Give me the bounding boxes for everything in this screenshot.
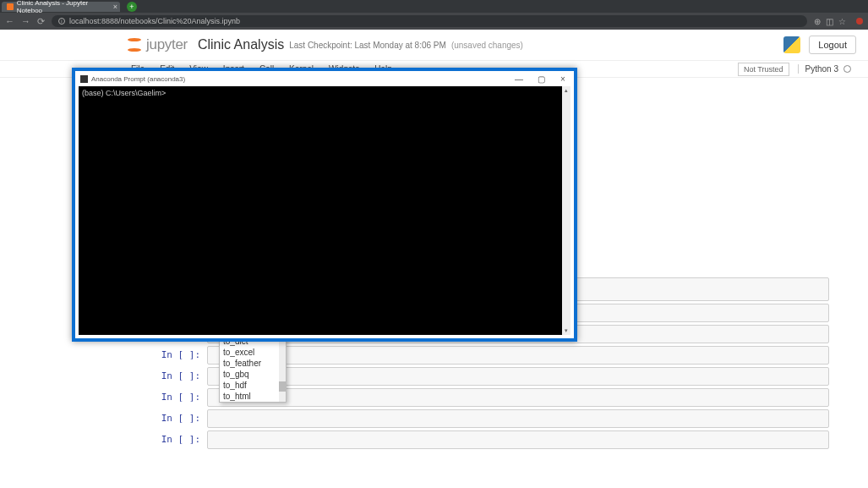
terminal-scrollbar[interactable]: ▴ ▾ [562, 86, 570, 335]
autocomplete-item[interactable]: to_feather [220, 358, 286, 369]
cell-input[interactable] [207, 346, 829, 365]
tab-title: Clinic Analysis - Jupyter Noteboo [17, 0, 113, 14]
code-cell[interactable]: In [ ]: [152, 409, 829, 428]
back-icon[interactable]: ← [5, 16, 14, 26]
autocomplete-item[interactable]: to_gbq [220, 369, 286, 380]
jupyter-logo[interactable]: jupyter [126, 36, 188, 53]
jupyter-logo-text: jupyter [146, 36, 188, 53]
terminal-title: Anaconda Prompt (anaconda3) [91, 75, 185, 83]
terminal-prompt-line: (base) C:\Users\Gaelim> [82, 89, 166, 97]
unsaved-text: (unsaved changes) [451, 41, 523, 50]
zoom-icon[interactable]: ⊕ [814, 17, 821, 26]
trust-badge[interactable]: Not Trusted [738, 63, 789, 76]
browser-tab-strip: Clinic Analysis - Jupyter Noteboo × + [0, 0, 868, 13]
browser-tab[interactable]: Clinic Analysis - Jupyter Noteboo × [2, 2, 120, 12]
jupyter-header: jupyter Clinic Analysis Last Checkpoint:… [0, 30, 868, 60]
site-info-icon[interactable]: i [58, 18, 65, 25]
kernel-status-icon [843, 65, 851, 73]
minimize-button[interactable]: — [508, 71, 530, 86]
cell-input[interactable] [207, 367, 829, 386]
jupyter-logo-icon [126, 36, 143, 53]
autocomplete-item[interactable]: to_hdf [220, 380, 286, 391]
new-tab-button[interactable]: + [127, 2, 137, 12]
close-button[interactable]: × [552, 71, 574, 86]
forward-icon[interactable]: → [21, 16, 30, 26]
terminal-body[interactable]: (base) C:\Users\Gaelim> [79, 86, 570, 335]
kernel-indicator[interactable]: Python 3 [798, 64, 851, 74]
notebook-title[interactable]: Clinic Analysis [198, 37, 284, 52]
cmd-icon [80, 75, 88, 83]
url-field[interactable]: i localhost:8888/notebooks/Clinic%20Anal… [52, 15, 807, 27]
reload-icon[interactable]: ⟳ [37, 16, 45, 27]
extension-icon[interactable]: ◫ [826, 17, 833, 26]
cell-prompt: In [ ]: [152, 367, 207, 385]
terminal-window[interactable]: Anaconda Prompt (anaconda3) — ▢ × (base)… [72, 68, 577, 342]
autocomplete-dropdown[interactable]: to_dict to_excel to_feather to_gbq to_hd… [219, 335, 287, 403]
scrollbar-thumb[interactable] [279, 381, 286, 392]
star-icon[interactable]: ☆ [838, 17, 846, 26]
cell-prompt: In [ ]: [152, 430, 207, 448]
autocomplete-item[interactable]: to_html [220, 391, 286, 402]
code-cell[interactable]: In [ ]: [152, 430, 829, 449]
dropdown-scrollbar[interactable] [279, 336, 286, 402]
python-icon [783, 36, 800, 53]
kernel-name: Python 3 [805, 64, 838, 74]
profile-avatar[interactable] [856, 18, 863, 25]
favicon [7, 3, 14, 10]
cell-input[interactable] [207, 388, 829, 407]
cell-prompt: In [ ]: [152, 346, 207, 364]
checkpoint-text: Last Checkpoint: Last Monday at 8:06 PM [289, 41, 446, 50]
autocomplete-item[interactable]: to_excel [220, 347, 286, 358]
logout-button[interactable]: Logout [809, 36, 856, 54]
cell-prompt: In [ ]: [152, 388, 207, 406]
close-tab-icon[interactable]: × [113, 3, 117, 11]
terminal-title-bar[interactable]: Anaconda Prompt (anaconda3) — ▢ × [75, 71, 574, 86]
cell-input[interactable] [207, 430, 829, 449]
cell-prompt: In [ ]: [152, 409, 207, 427]
cell-input[interactable] [207, 409, 829, 428]
scroll-up-icon[interactable]: ▴ [562, 86, 570, 95]
scroll-down-icon[interactable]: ▾ [562, 326, 570, 335]
url-text: localhost:8888/notebooks/Clinic%20Analys… [69, 17, 240, 25]
address-bar: ← → ⟳ i localhost:8888/notebooks/Clinic%… [0, 13, 868, 30]
